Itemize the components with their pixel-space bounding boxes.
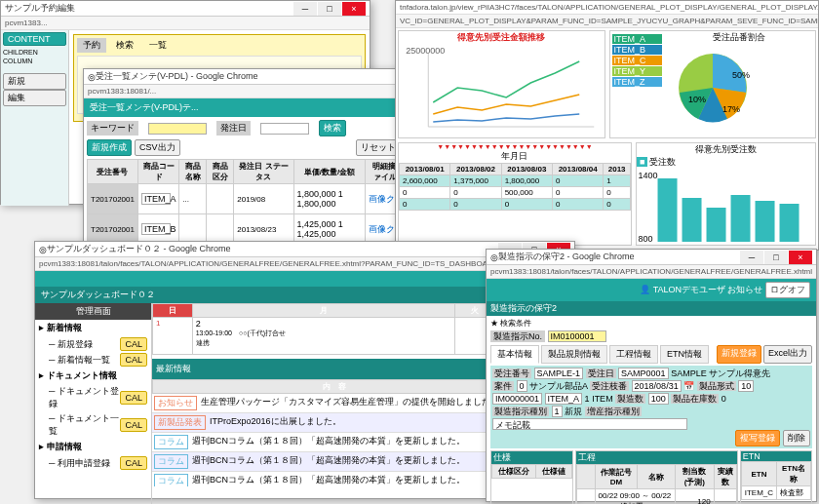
tab[interactable]: 一覧 — [143, 38, 173, 53]
svg-text:50%: 50% — [732, 70, 750, 80]
svg-text:25000000: 25000000 — [406, 46, 445, 56]
menu-item[interactable]: ─ ドキュメント一覧CAL — [35, 411, 151, 439]
win-charts: tnfadora.talon.jp/view_rPiIA3HC7/faces/T… — [395, 0, 819, 251]
sidebar-tab[interactable]: CONTENT — [3, 32, 66, 46]
svg-rect-19 — [706, 208, 725, 242]
app-title: 受注一覧メンテ(V-PDL)テ... — [90, 101, 199, 114]
date-input[interactable] — [260, 123, 309, 135]
svg-text:800: 800 — [638, 234, 652, 244]
tab[interactable]: 予約 — [77, 38, 106, 53]
svg-rect-17 — [657, 178, 677, 242]
menu-item[interactable]: ─ ドキュメント登録CAL — [35, 384, 151, 411]
menu-group[interactable]: ▸ 申請情報 — [35, 439, 151, 455]
menu-item[interactable]: ─ 新規登録CAL — [35, 336, 151, 352]
svg-rect-20 — [730, 195, 750, 242]
svg-rect-21 — [755, 201, 774, 242]
menu-item[interactable]: ─ 利用申請登録CAL — [35, 455, 151, 471]
sidebar-item[interactable]: COLUMN — [3, 57, 66, 65]
svg-text:1400: 1400 — [638, 171, 657, 180]
form-area: 受注番号 SAMPLE-1 受注日 SAMP0001 SAMPLE サンプル得意… — [490, 366, 812, 448]
del-btn[interactable]: 削除 — [783, 430, 810, 446]
svg-rect-18 — [682, 198, 701, 242]
chrome-icon: ◎ — [88, 72, 96, 82]
bar-chart: 得意先別受注数 ■ 受注数 1400800 — [636, 142, 816, 246]
logout-btn[interactable]: ログオフ — [765, 282, 810, 298]
new-btn[interactable]: 新規作成 — [87, 139, 132, 156]
date-table: ▼▼▼▼▼▼▼▼▼▼▼▼▼▼▼▼▼▼▼▼▼▼▼ 年月日 2013/08/0120… — [398, 142, 632, 246]
urlbar2: VC_ID=GENERAL_PLOT_DISPLAY&PARAM_FUNC_ID… — [396, 15, 818, 28]
menu-group[interactable]: ▸ ドキュメント情報 — [35, 368, 151, 384]
sidebar-item[interactable]: CHILDREN — [3, 48, 66, 57]
svg-text:17%: 17% — [722, 104, 740, 114]
menu-item[interactable]: ─ 新着情報一覧CAL — [35, 352, 151, 368]
urlbar: pcvm1383... — [1, 17, 370, 30]
subtitle: 年月日 — [399, 150, 631, 163]
chrome-icon: ◎ — [490, 252, 498, 262]
svg-text:10%: 10% — [688, 95, 706, 104]
page-title: 製造指示の保守2 — [487, 301, 816, 316]
left-menu: 管理画面 ▸ 新着情報─ 新規登録CAL─ 新着情報一覧CAL▸ ドキュメント情… — [35, 303, 152, 504]
search-btn[interactable]: 検索 — [319, 120, 346, 136]
svg-rect-22 — [779, 204, 799, 242]
news-hdr: 最新情報 — [156, 363, 191, 375]
new-btn[interactable]: 新規 — [3, 73, 66, 90]
max-btn[interactable]: □ — [318, 2, 341, 16]
menu-hdr: 管理画面 — [35, 303, 151, 320]
lbl: 発注日 — [216, 121, 251, 136]
tab[interactable]: 工程情報 — [609, 345, 658, 364]
titlebar[interactable]: サンプル予約編集 ─□× — [1, 1, 370, 17]
chart-title: 得意先別受注数 — [637, 143, 815, 156]
sidebar: CONTENT CHILDREN COLUMN 新規 編集 — [1, 30, 69, 206]
line-chart: 得意先別受注金額推移 25000000 — [398, 30, 605, 138]
lbl: キーワード — [87, 121, 138, 136]
chrome-icon: ◎ — [39, 245, 47, 254]
min-btn[interactable]: ─ — [293, 2, 317, 16]
tab[interactable]: 製品規則情報 — [541, 345, 607, 364]
new-btn[interactable]: 新規登録 — [717, 345, 761, 364]
close-btn[interactable]: × — [342, 2, 366, 16]
edit-btn[interactable]: 編集 — [3, 90, 66, 106]
copy-btn[interactable]: 複写登録 — [735, 430, 780, 446]
tab[interactable]: 基本情報 — [490, 345, 539, 364]
mfg-no-input[interactable]: IM0100001 — [548, 330, 606, 342]
chart-title: 得意先別受注金額推移 — [399, 31, 604, 44]
process-panel: 工程 作業記号DM名称割当数(予測)実績数 00/22 09:00 ～ 00/2… — [575, 450, 738, 504]
chart-title: 受注品番割合 — [664, 31, 816, 44]
win-title: サンプル予約編集 — [5, 2, 293, 15]
keyword-input[interactable] — [148, 123, 207, 135]
csv-btn[interactable]: CSV出力 — [135, 139, 180, 156]
menu-group[interactable]: ▸ 新着情報 — [35, 320, 151, 336]
etn-panel: ETN ETNETN名称 ITEM_C検査部 — [740, 450, 812, 504]
tab[interactable]: 検索 — [110, 38, 139, 53]
pie-chart: ITEM_A ITEM_B ITEM_C ITEM_Y ITEM_Z 受注品番割… — [609, 30, 817, 138]
spec-panel: 仕様 仕様区分仕様値 — [490, 450, 573, 504]
search-cond[interactable]: ★ 検索条件 — [487, 316, 816, 330]
tab[interactable]: ETN情報 — [660, 345, 709, 364]
urlbar: tnfadora.talon.jp/view_rPiIA3HC7/faces/T… — [396, 1, 818, 15]
win-mfg: ◎製造指示の保守2 - Google Chrome ─□× pcvm1383:1… — [486, 249, 817, 502]
excel-btn[interactable]: Excel出力 — [763, 345, 812, 364]
memo-input[interactable]: メモ記載 — [492, 418, 687, 430]
